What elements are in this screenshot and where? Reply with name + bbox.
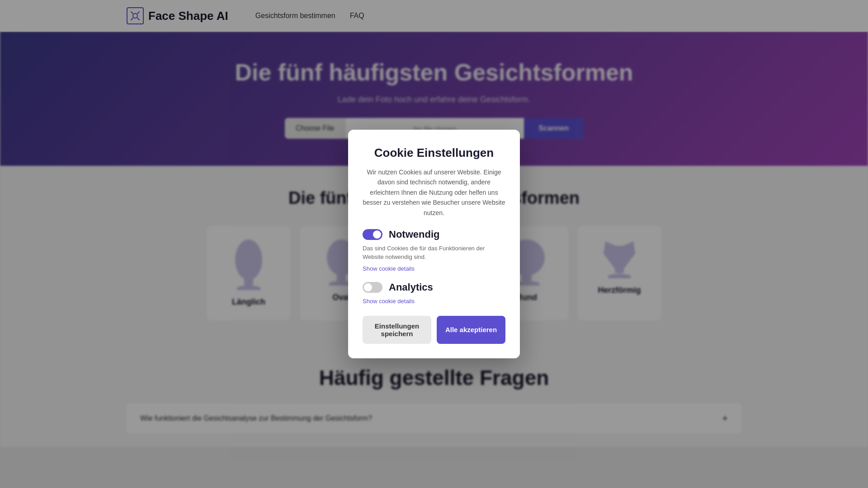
cookie-modal-description: Wir nutzen Cookies auf unserer Website. …	[363, 167, 505, 218]
cookie-section-analytics: Analytics Show cookie details	[363, 282, 505, 305]
save-settings-button[interactable]: Einstellungen speichern	[363, 316, 431, 344]
necessary-section-desc: Das sind Cookies die für das Funktionier…	[363, 244, 505, 262]
necessary-section-title: Notwendig	[389, 229, 439, 240]
analytics-toggle[interactable]	[363, 282, 382, 293]
necessary-show-details-link[interactable]: Show cookie details	[363, 265, 415, 272]
cookie-overlay: Cookie Einstellungen Wir nutzen Cookies …	[0, 0, 868, 488]
necessary-toggle-row: Notwendig	[363, 229, 505, 240]
cookie-buttons: Einstellungen speichern Alle akzeptieren	[363, 316, 505, 344]
analytics-show-details-link[interactable]: Show cookie details	[363, 298, 415, 305]
accept-all-button[interactable]: Alle akzeptieren	[437, 316, 505, 344]
cookie-modal-title: Cookie Einstellungen	[363, 146, 505, 160]
analytics-toggle-thumb	[364, 283, 372, 291]
cookie-modal: Cookie Einstellungen Wir nutzen Cookies …	[348, 130, 520, 358]
necessary-toggle-thumb	[373, 230, 381, 239]
analytics-toggle-row: Analytics	[363, 282, 505, 293]
analytics-section-title: Analytics	[389, 282, 433, 293]
cookie-section-necessary: Notwendig Das sind Cookies die für das F…	[363, 229, 505, 272]
necessary-toggle[interactable]	[363, 229, 382, 240]
